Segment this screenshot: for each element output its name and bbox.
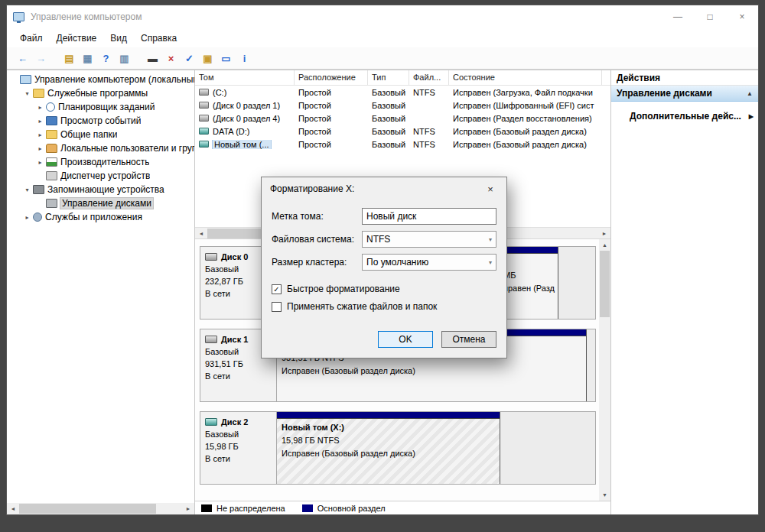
disk-status: В сети <box>205 370 272 382</box>
tree-item-label: Планировщик заданий <box>58 102 155 112</box>
volume-label-label: Метка тома: <box>272 211 362 222</box>
delete-volume-icon[interactable]: × <box>163 50 179 66</box>
menu-file[interactable]: Файл <box>13 30 50 47</box>
tree-chevron-icon[interactable]: ▸ <box>35 159 45 166</box>
dialog-buttons: OK Отмена <box>378 331 496 348</box>
volume-label-input[interactable] <box>362 208 496 225</box>
checkbox-checked-icon[interactable]: ✓ <box>272 284 282 294</box>
tree-chevron-icon[interactable]: ▾ <box>22 90 32 97</box>
help-icon[interactable]: ? <box>98 50 114 66</box>
tree-system-tools[interactable]: ▾Служебные программы <box>7 86 194 100</box>
column-header[interactable]: Расположение <box>295 70 368 85</box>
tree-local-users-groups[interactable]: ▸Локальные пользователи и групп <box>7 141 194 155</box>
volume-type: Базовый <box>368 114 409 123</box>
actions-more-label: Дополнительные дейс... <box>630 111 741 122</box>
collapse-section-icon[interactable]: ▲ <box>747 90 753 97</box>
checkbox-unchecked-icon[interactable] <box>272 302 282 312</box>
dialog-close-button[interactable]: × <box>474 177 506 200</box>
volume-type: Базовый <box>368 88 409 97</box>
scroll-left-icon[interactable]: ◄ <box>195 228 207 239</box>
legend-unallocated: Не распределена <box>201 504 285 513</box>
clock-icon <box>46 102 55 112</box>
maximize-button[interactable]: □ <box>694 5 726 28</box>
volume-table-body: (C:)ПростойБазовыйNTFSИсправен (Загрузка… <box>195 86 610 151</box>
dialog-titlebar[interactable]: Форматирование X: × <box>262 177 506 200</box>
volume-row[interactable]: (Диск 0 раздел 4)ПростойБазовыйИсправен … <box>195 112 610 125</box>
console-tree-icon[interactable]: ▥ <box>116 50 132 66</box>
expand-more-icon[interactable]: ▶ <box>749 113 754 120</box>
scroll-up-icon[interactable]: ▲ <box>599 239 611 251</box>
cancel-button[interactable]: Отмена <box>441 331 496 348</box>
tree-disk-management[interactable]: Управление дисками <box>7 196 194 210</box>
tree-chevron-icon[interactable]: ▾ <box>22 187 32 193</box>
cluster-size-select[interactable]: По умолчанию ▾ <box>362 254 496 271</box>
volume-name-cell: DATA (D:) <box>195 127 295 136</box>
column-header[interactable]: Том <box>195 70 295 85</box>
close-button[interactable]: × <box>726 5 758 28</box>
partition-icon[interactable]: ▭ <box>218 50 234 66</box>
export-icon[interactable]: ▤ <box>61 50 77 66</box>
minimize-button[interactable]: — <box>662 5 694 28</box>
forward-icon[interactable]: → <box>33 50 49 66</box>
compression-option[interactable]: Применять сжатие файлов и папок <box>272 301 496 312</box>
scroll-right-icon[interactable]: ► <box>598 228 610 239</box>
volume-row[interactable]: (C:)ПростойБазовыйNTFSИсправен (Загрузка… <box>195 86 610 99</box>
disk-label[interactable]: Диск 2Базовый15,98 ГБВ сети <box>200 411 277 485</box>
volume-row[interactable]: DATA (D:)ПростойБазовыйNTFSИсправен (Баз… <box>195 125 610 138</box>
scroll-down-icon[interactable]: ▼ <box>599 489 611 501</box>
column-header[interactable]: Тип <box>368 70 409 85</box>
toolbar: ←→▤▦?▥▬×✓▣▭i <box>7 47 758 70</box>
ok-button[interactable]: OK <box>378 331 433 348</box>
scroll-right-icon[interactable]: ► <box>182 503 194 514</box>
column-header[interactable]: Файл... <box>409 70 449 85</box>
properties-icon[interactable]: ✓ <box>181 50 197 66</box>
menu-help[interactable]: Справка <box>134 30 184 47</box>
scrollbar-track[interactable] <box>19 503 182 514</box>
scrollbar-thumb[interactable] <box>19 504 156 514</box>
tree-chevron-icon[interactable]: ▸ <box>35 131 45 138</box>
actions-disk-management[interactable]: Управление дисками ▲ <box>611 86 758 102</box>
quick-format-option[interactable]: ✓ Быстрое форматирование <box>272 284 496 294</box>
tree-horizontal-scrollbar[interactable]: ◄ ► <box>7 503 194 514</box>
scroll-left-icon[interactable]: ◄ <box>7 503 19 514</box>
volume-name-cell: Новый том (... <box>195 140 295 149</box>
compression-label: Применять сжатие файлов и папок <box>287 301 437 312</box>
scrollbar-track[interactable] <box>599 251 610 489</box>
tree-storage[interactable]: ▾Запоминающие устройства <box>7 183 194 196</box>
menu-action[interactable]: Действие <box>50 30 104 47</box>
volume-row[interactable]: (Диск 0 раздел 1)ПростойБазовыйИсправен … <box>195 99 610 112</box>
window-list-icon[interactable]: ▦ <box>80 50 96 66</box>
tree-device-manager[interactable]: Диспетчер устройств <box>7 169 194 183</box>
tree-performance[interactable]: ▸Производительность <box>7 155 194 169</box>
users-icon <box>46 144 57 153</box>
disk-vertical-scrollbar[interactable]: ▲ ▼ <box>599 239 610 501</box>
disk-name-text: Диск 0 <box>221 251 248 263</box>
file-system-select[interactable]: NTFS ▾ <box>362 231 496 248</box>
titlebar[interactable]: Управление компьютером — □ × <box>7 5 758 28</box>
tree-task-scheduler[interactable]: ▸Планировщик заданий <box>7 100 194 114</box>
volume-fs: NTFS <box>409 127 449 136</box>
display-icon[interactable]: ▬ <box>145 50 161 66</box>
menu-view[interactable]: Вид <box>103 30 134 47</box>
tree-chevron-icon[interactable]: ▸ <box>22 214 32 221</box>
dialog-body: Метка тома: Файловая система: NTFS ▾ Раз… <box>262 200 506 312</box>
tree-services-apps[interactable]: ▸Службы и приложения <box>7 210 194 224</box>
toolbar-separator <box>51 51 59 65</box>
actions-more[interactable]: Дополнительные дейс... ▶ <box>611 108 758 125</box>
tree-shared-folders[interactable]: ▸Общие папки <box>7 128 194 141</box>
partition[interactable]: Новый том (X:)15,98 ГБ NTFSИсправен (Баз… <box>277 412 500 484</box>
volume-row[interactable]: Новый том (...ПростойБазовыйNTFSИсправен… <box>195 138 610 151</box>
scrollbar-thumb[interactable] <box>600 251 610 317</box>
tree-chevron-icon[interactable]: ▸ <box>35 118 45 125</box>
tree-chevron-icon[interactable]: ▸ <box>35 145 45 152</box>
volume-layout: Простой <box>295 88 368 97</box>
volume-icon <box>199 141 209 148</box>
column-header[interactable]: Состояние <box>449 70 602 85</box>
tree-chevron-icon[interactable]: ▸ <box>35 104 45 111</box>
open-folder-icon[interactable]: ▣ <box>200 50 216 66</box>
info-icon[interactable]: i <box>236 50 252 66</box>
tree-event-viewer[interactable]: ▸Просмотр событий <box>7 114 194 128</box>
tree-computer-management[interactable]: Управление компьютером (локальным) <box>7 73 194 86</box>
back-icon[interactable]: ← <box>15 50 31 66</box>
partition-area: Новый том (X:)15,98 ГБ NTFSИсправен (Баз… <box>277 411 596 485</box>
